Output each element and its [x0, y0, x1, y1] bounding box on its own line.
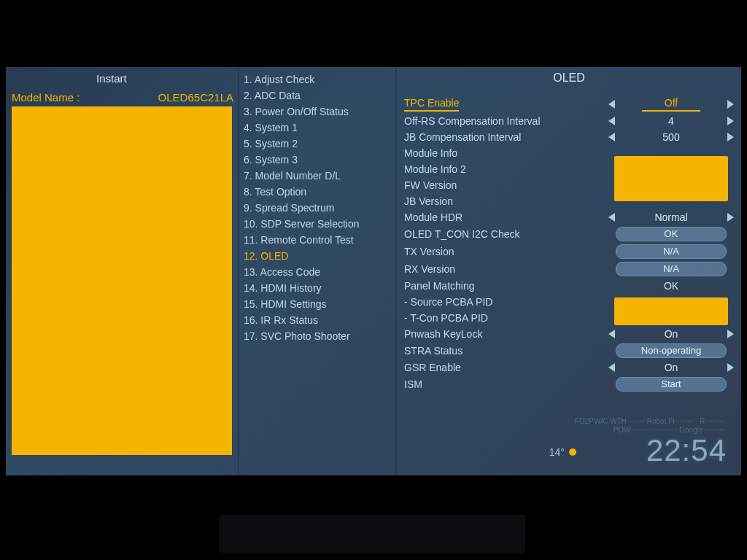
detail-row: Panel MatchingOK	[404, 278, 734, 294]
value-pill[interactable]: N/A	[616, 262, 727, 276]
detail-row[interactable]: TPC EnableOff	[404, 95, 734, 113]
detail-row[interactable]: Pnwash KeyLockOn	[404, 326, 734, 342]
model-name-value: OLED65C21LA	[158, 91, 233, 104]
arrow-left-icon[interactable]	[608, 330, 615, 338]
row-label: Pnwash KeyLock	[404, 327, 608, 341]
redaction-block-versions	[614, 156, 728, 201]
arrow-left-icon[interactable]	[608, 117, 615, 125]
detail-row[interactable]: JB Compensation Interval500	[404, 129, 734, 145]
row-value-cell: OK	[608, 227, 734, 241]
arrow-right-icon[interactable]	[727, 330, 734, 338]
detail-row[interactable]: TX VersionN/A	[404, 243, 734, 260]
row-label: Off-RS Compensation Interval	[404, 114, 608, 128]
weather-widget: 14°	[549, 446, 576, 458]
service-menu-screen: Instart Model Name : OLED65C21LA 1. Adju…	[6, 67, 741, 475]
value-pill[interactable]: OK	[616, 227, 727, 241]
arrow-left-icon[interactable]	[608, 363, 615, 372]
redaction-block-pcba	[614, 298, 728, 325]
row-label: STRA Status	[404, 344, 608, 357]
row-value: On	[642, 327, 700, 341]
row-label: Panel Matching	[404, 279, 608, 292]
menu-item[interactable]: 3. Power On/Off Status	[239, 104, 395, 120]
arrow-right-icon[interactable]	[727, 133, 734, 141]
row-value-cell[interactable]: On	[608, 361, 734, 374]
arrow-right-icon[interactable]	[727, 363, 734, 372]
detail-row[interactable]: OLED T_CON I2C CheckOK	[404, 225, 734, 243]
row-value: 500	[642, 131, 700, 144]
value-pill[interactable]: N/A	[616, 244, 727, 259]
menu-item[interactable]: 8. Test Option	[239, 184, 395, 200]
left-header: Instart	[6, 67, 238, 89]
weather-sun-icon	[569, 448, 576, 456]
row-value: 4	[642, 114, 700, 128]
detail-row[interactable]: ISMStart	[404, 376, 734, 393]
value-pill[interactable]: Non-operating	[616, 343, 727, 358]
instart-label: Instart	[96, 72, 127, 85]
row-label: RX Version	[404, 262, 608, 276]
menu-item[interactable]: 9. Spread Spectrum	[239, 200, 395, 216]
model-row: Model Name : OLED65C21LA	[6, 89, 238, 105]
row-value-cell[interactable]: Normal	[608, 211, 734, 224]
row-value: OK	[642, 279, 700, 292]
temperature-value: 14°	[549, 446, 565, 458]
detail-row[interactable]: Module HDRNormal	[404, 209, 734, 225]
menu-item[interactable]: 15. HDMI Settings	[239, 296, 395, 312]
row-label: TX Version	[404, 245, 608, 258]
row-label: GSR Enable	[404, 361, 608, 374]
clock: 22:54	[646, 433, 727, 468]
ticker-line-1: FO2PW/C WTH ···· ··· Robot Fr···· ···· ·…	[575, 417, 725, 426]
menu-item[interactable]: 13. Access Code	[239, 264, 395, 280]
arrow-left-icon[interactable]	[608, 100, 615, 109]
row-value: Normal	[642, 211, 700, 224]
row-value-cell: N/A	[608, 262, 734, 276]
row-value-cell[interactable]: On	[608, 327, 734, 341]
tv-stand	[219, 515, 525, 553]
row-label: TPC Enable	[404, 96, 459, 112]
row-value-cell[interactable]: 4	[608, 114, 734, 128]
menu-item[interactable]: 17. SVC Photo Shooter	[239, 328, 395, 344]
menu-item[interactable]: 6. System 3	[239, 152, 395, 168]
row-value-cell: Non-operating	[608, 343, 734, 358]
left-panel: Instart Model Name : OLED65C21LA	[6, 67, 239, 475]
menu-item[interactable]: 5. System 2	[239, 136, 395, 152]
value-pill[interactable]: Start	[616, 377, 727, 392]
row-value-cell: Start	[608, 377, 734, 392]
detail-title: OLED	[397, 67, 741, 88]
menu-item[interactable]: 12. OLED	[239, 248, 395, 264]
menu-item[interactable]: 2. ADC Data	[239, 88, 395, 104]
menu-item[interactable]: 16. IR Rx Status	[239, 312, 395, 328]
arrow-right-icon[interactable]	[727, 117, 734, 125]
detail-row[interactable]: RX VersionN/A	[404, 260, 734, 278]
row-label: JB Compensation Interval	[404, 131, 608, 144]
home-ticker: FO2PW/C WTH ···· ··· Robot Fr···· ···· ·…	[575, 417, 725, 435]
menu-item[interactable]: 7. Model Number D/L	[239, 168, 395, 184]
redaction-block-left	[12, 106, 232, 455]
detail-row[interactable]: GSR EnableOn	[404, 359, 734, 376]
row-label: Module HDR	[404, 211, 608, 224]
menu-item[interactable]: 4. System 1	[239, 120, 395, 136]
row-label: ISM	[404, 378, 608, 391]
arrow-right-icon[interactable]	[727, 213, 734, 222]
menu-item[interactable]: 14. HDMI History	[239, 280, 395, 296]
model-name-label: Model Name :	[12, 91, 80, 104]
arrow-right-icon[interactable]	[727, 100, 734, 109]
row-label: OLED T_CON I2C Check	[404, 228, 608, 241]
detail-row[interactable]: Off-RS Compensation Interval4	[404, 113, 734, 129]
row-value: On	[642, 361, 700, 374]
menu-panel: 1. Adjust Check2. ADC Data3. Power On/Of…	[239, 67, 397, 475]
row-value-cell: OK	[608, 279, 734, 292]
menu-list[interactable]: 1. Adjust Check2. ADC Data3. Power On/Of…	[239, 71, 395, 344]
detail-rows: TPC EnableOffOff-RS Compensation Interva…	[404, 95, 734, 393]
row-value-cell[interactable]: Off	[608, 96, 734, 112]
row-value-cell[interactable]: 500	[608, 131, 734, 144]
detail-panel: OLED TPC EnableOffOff-RS Compensation In…	[397, 67, 741, 475]
row-value: Off	[642, 96, 700, 112]
arrow-left-icon[interactable]	[608, 133, 615, 141]
detail-row[interactable]: STRA StatusNon-operating	[404, 342, 734, 359]
menu-item[interactable]: 10. SDP Server Selection	[239, 216, 395, 232]
menu-item[interactable]: 11. Remote Control Test	[239, 232, 395, 248]
row-value-cell: N/A	[608, 244, 734, 259]
menu-item[interactable]: 1. Adjust Check	[239, 71, 395, 88]
arrow-left-icon[interactable]	[608, 213, 615, 222]
